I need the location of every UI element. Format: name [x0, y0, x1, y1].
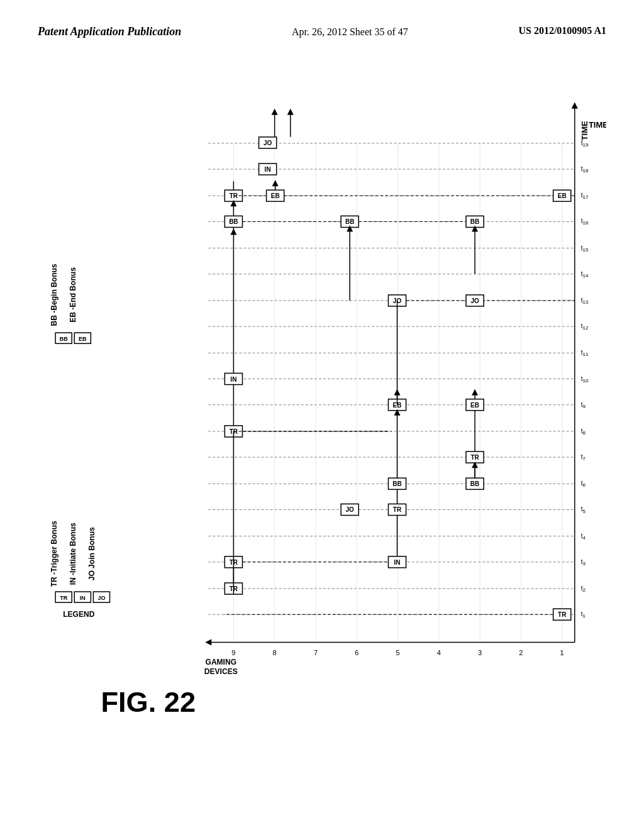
svg-text:4: 4 — [437, 649, 441, 656]
svg-text:EB: EB — [558, 192, 567, 199]
svg-marker-97 — [230, 229, 236, 235]
svg-text:JO: JO — [97, 595, 105, 601]
svg-text:t18: t18 — [581, 165, 589, 174]
svg-text:TR: TR — [470, 454, 479, 461]
svg-text:t5: t5 — [581, 506, 586, 514]
svg-text:5: 5 — [396, 649, 399, 656]
gaming-devices-label: GAMING — [206, 658, 237, 667]
time-axis-label: TIME — [580, 121, 589, 140]
svg-marker-1 — [572, 102, 578, 109]
svg-text:t7: t7 — [581, 453, 586, 462]
svg-text:BB: BB — [229, 218, 238, 225]
legend-initiate-label: IN -Initiate Bonus — [69, 523, 77, 585]
svg-text:EB: EB — [470, 402, 479, 409]
svg-text:BB: BB — [470, 218, 480, 225]
svg-text:t10: t10 — [581, 375, 589, 384]
svg-text:7: 7 — [314, 649, 318, 656]
svg-text:t12: t12 — [581, 323, 589, 331]
svg-text:t17: t17 — [581, 192, 589, 200]
page-header: Patent Application Publication Apr. 26, … — [0, 0, 644, 39]
svg-text:BB: BB — [470, 480, 480, 487]
svg-text:BB: BB — [392, 480, 402, 487]
svg-text:t16: t16 — [581, 218, 589, 226]
svg-text:t8: t8 — [581, 428, 586, 436]
svg-text:IN: IN — [265, 166, 271, 173]
diagram-area: TIME TIME t19 t18 t17 t16 t15 t14 t13 t1… — [38, 88, 606, 792]
svg-text:9: 9 — [231, 649, 235, 656]
legend-join-label: JO Join Bonus — [87, 527, 96, 580]
svg-text:JO: JO — [346, 507, 355, 514]
svg-text:1: 1 — [560, 649, 564, 656]
svg-marker-64 — [287, 109, 294, 115]
svg-text:JO: JO — [470, 297, 479, 304]
legend-title: LEGEND — [63, 610, 94, 619]
svg-text:BB: BB — [60, 336, 69, 342]
legend-trigger-label: TR -Trigger Bonus — [50, 521, 58, 587]
svg-text:EB: EB — [271, 192, 280, 199]
svg-marker-42 — [205, 639, 211, 645]
svg-text:t9: t9 — [581, 401, 586, 409]
svg-marker-88 — [272, 180, 279, 186]
svg-text:6: 6 — [355, 649, 358, 656]
gaming-devices-label2: DEVICES — [204, 667, 238, 676]
svg-text:IN: IN — [80, 595, 86, 601]
svg-text:TR: TR — [558, 611, 567, 618]
svg-text:TR: TR — [393, 507, 402, 514]
figure-label: FIG. 22 — [101, 686, 196, 718]
svg-text:t3: t3 — [581, 558, 586, 567]
svg-text:t1: t1 — [581, 611, 586, 619]
legend-eb-label: EB -End Bonus — [69, 267, 77, 323]
time-axis-label-h: TIME — [589, 120, 606, 130]
svg-text:TR: TR — [230, 192, 238, 199]
svg-marker-62 — [272, 109, 278, 115]
svg-text:IN: IN — [394, 559, 401, 566]
header-date-sheet: Apr. 26, 2012 Sheet 35 of 47 — [292, 25, 408, 39]
svg-text:JO: JO — [264, 140, 272, 147]
svg-text:8: 8 — [273, 649, 277, 656]
svg-text:t15: t15 — [581, 245, 589, 253]
svg-text:EB: EB — [79, 336, 87, 342]
svg-text:3: 3 — [478, 649, 482, 656]
svg-marker-108 — [472, 389, 478, 396]
legend-bb-label: BB -Begin Bonus — [50, 263, 58, 326]
svg-text:BB: BB — [345, 218, 355, 225]
svg-text:IN: IN — [230, 376, 236, 383]
svg-text:2: 2 — [519, 649, 523, 656]
svg-text:t11: t11 — [581, 349, 589, 357]
header-patent-number: US 2012/0100905 A1 — [518, 25, 606, 36]
svg-text:TR: TR — [60, 595, 68, 601]
svg-text:t6: t6 — [581, 480, 586, 488]
svg-text:t4: t4 — [581, 533, 586, 541]
svg-text:t14: t14 — [581, 270, 589, 279]
header-publication: Patent Application Publication — [38, 25, 181, 38]
svg-text:t13: t13 — [581, 297, 589, 305]
svg-text:t2: t2 — [581, 585, 586, 593]
